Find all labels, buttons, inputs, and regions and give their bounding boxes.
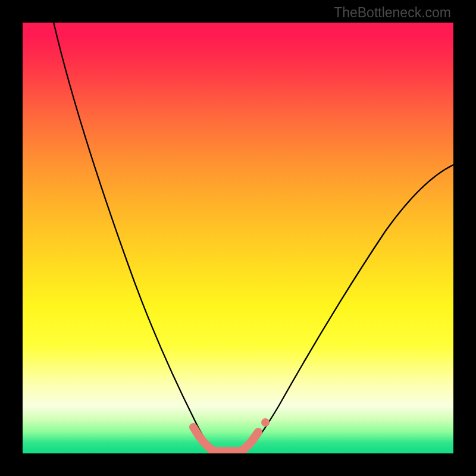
plot-area (23, 23, 453, 453)
accent-dot-right (261, 418, 270, 427)
accent-group (193, 427, 258, 451)
curve-right-branch (243, 164, 453, 452)
accent-right-slope (240, 432, 258, 451)
bottleneck-curve (23, 23, 453, 453)
chart-frame: TheBottleneck.com (0, 0, 476, 476)
watermark-label: TheBottleneck.com (334, 5, 451, 21)
curve-left-branch (53, 23, 214, 452)
